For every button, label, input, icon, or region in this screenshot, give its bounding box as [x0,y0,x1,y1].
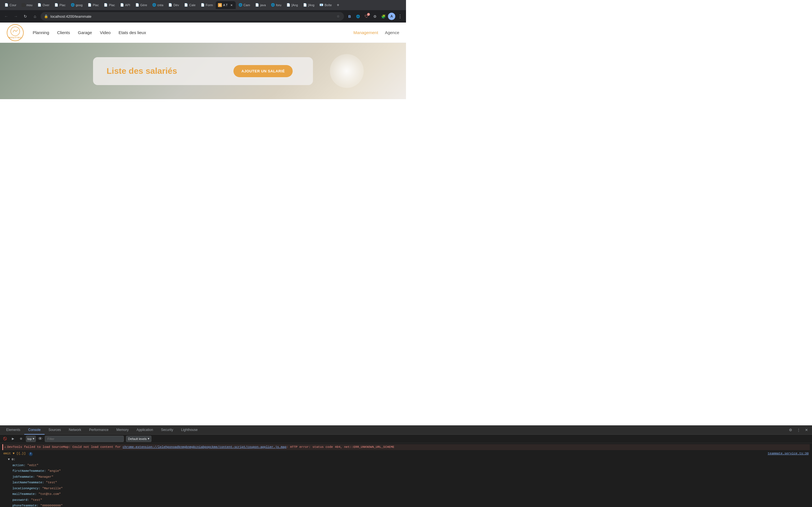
tab-7[interactable]: 📄 Plac [101,1,117,9]
tab-12[interactable]: 📄 Cale [182,1,198,9]
nav-management[interactable]: Management [354,30,378,35]
tab-4[interactable]: 📄 Plac [52,1,68,9]
profile-button[interactable]: A [388,13,395,20]
logo-text: MOUTTEC [9,36,22,39]
reload-button[interactable]: ↻ [21,12,29,20]
forward-button[interactable]: → [12,12,20,20]
tab-11-favicon: 📄 [168,3,172,7]
address-bar[interactable]: 🔒 localhost:4200/teammate ☆ [41,12,344,20]
hero-card: Liste des salariés AJOUTER UN SALARIÉ [93,57,313,85]
tab-7-favicon: 📄 [104,3,108,7]
nav-links: Planning Clients Garage Video Etats des … [33,30,354,35]
hero-section: Liste des salariés AJOUTER UN SALARIÉ [0,43,406,99]
hero-title: Liste des salariés [107,66,177,76]
tab-18-favicon: 📄 [287,3,290,7]
tab-10-favicon: 🌐 [152,3,156,7]
tab-4-favicon: 📄 [54,3,58,7]
tab-12-favicon: 📄 [184,3,188,7]
add-employee-button[interactable]: AJOUTER UN SALARIÉ [234,65,293,77]
tab-14-active[interactable]: A A T ✕ [216,1,236,9]
toolbar-icons: B 🌐 🛡 1 ⚙ 🧩 A ⋮ [346,12,404,20]
logo: MOUTTEC [7,24,24,41]
back-button[interactable]: ← [2,12,10,20]
tab-2[interactable]: mou [19,1,35,9]
tab-5-favicon: 🌐 [71,3,75,7]
tab-7-label: Plac [109,3,115,7]
tab-17-favicon: 🌐 [271,3,275,7]
tab-3[interactable]: 📄 Over [35,1,52,9]
tab-17-label: foru [276,3,282,7]
tab-14-label: A T [223,3,227,7]
ext-brave-icon[interactable]: B [346,12,354,20]
tab-20-label: Boîte [324,3,332,7]
nav-clients[interactable]: Clients [57,30,70,35]
tab-6[interactable]: 📄 Plac [86,1,101,9]
logo-circle: MOUTTEC [7,24,24,41]
navbar: MOUTTEC Planning Clients Garage Video Et… [0,22,406,43]
tab-6-favicon: 📄 [88,3,92,7]
nav-agence[interactable]: Agence [385,30,399,35]
tab-1[interactable]: 📄 Cour [2,1,18,9]
tab-8[interactable]: 📄 API [118,1,133,9]
tab-8-label: API [125,3,130,7]
tab-5-label: goog [76,3,83,7]
nav-etats[interactable]: Etats des lieux [118,30,146,35]
tab-17[interactable]: 🌐 foru [269,1,284,9]
ext-icon-red[interactable]: 🛡 1 [363,12,370,20]
tab-19[interactable]: 📄 [Ang [301,1,317,9]
tab-2-label: mou [27,3,33,7]
tab-19-favicon: 📄 [303,3,307,7]
tab-11-label: Dév [173,3,179,7]
lock-icon: 🔒 [44,14,48,18]
tab-4-label: Plac [59,3,65,7]
tab-15-label: Cam [244,3,250,7]
ext-icon-4[interactable]: ⚙ [371,12,379,20]
home-button[interactable]: ⌂ [31,12,39,20]
tab-15-favicon: 🌐 [239,3,243,7]
tab-18[interactable]: 📄 [Ang [284,1,300,9]
tab-1-favicon: 📄 [4,3,8,7]
tab-9-favicon: 📄 [135,3,139,7]
tab-18-label: [Ang [292,3,298,7]
nav-planning[interactable]: Planning [33,30,49,35]
address-bar-row: ← → ↻ ⌂ 🔒 localhost:4200/teammate ☆ B 🌐 … [0,10,406,22]
nav-garage[interactable]: Garage [78,30,92,35]
tab-16-favicon: 📄 [255,3,259,7]
ext-icon-5[interactable]: 🧩 [379,12,388,20]
svg-point-0 [11,27,20,36]
ext-icon-2[interactable]: 🌐 [354,12,362,20]
tab-19-label: [Ang [308,3,315,7]
tab-12-label: Cale [189,3,196,7]
tab-10[interactable]: 🌐 créa [150,1,165,9]
tab-20-favicon: 📧 [319,3,323,7]
tab-9[interactable]: 📄 Gére [133,1,149,9]
new-tab-button[interactable]: + [335,2,342,8]
tab-14-close[interactable]: ✕ [230,3,234,7]
tab-2-favicon [21,3,26,7]
nav-video[interactable]: Video [100,30,110,35]
tab-13[interactable]: 📄 Form [199,1,215,9]
tab-14-favicon: A [218,3,222,7]
address-icons: ☆ [336,14,341,19]
tab-8-favicon: 📄 [120,3,124,7]
bookmark-icon[interactable]: ☆ [336,14,341,19]
tab-11[interactable]: 📄 Dév [166,1,181,9]
tab-3-label: Over [43,3,49,7]
tab-13-favicon: 📄 [201,3,205,7]
tab-9-label: Gére [140,3,147,7]
app-wrapper: MOUTTEC Planning Clients Garage Video Et… [0,22,406,161]
address-text: localhost:4200/teammate [50,14,333,18]
tab-10-label: créa [157,3,163,7]
tab-5[interactable]: 🌐 goog [68,1,85,9]
tab-15[interactable]: 🌐 Cam [236,1,252,9]
more-menu-button[interactable]: ⋮ [396,12,404,20]
tab-13-label: Form [206,3,213,7]
tab-bar: 📄 Cour mou 📄 Over 📄 Plac 🌐 goog 📄 Plac 📄… [0,0,406,10]
tab-1-label: Cour [10,3,16,7]
tab-16[interactable]: 📄 java [253,1,268,9]
browser-chrome: 📄 Cour mou 📄 Over 📄 Plac 🌐 goog 📄 Plac 📄… [0,0,406,22]
nav-right: Management Agence [354,30,399,35]
tab-20[interactable]: 📧 Boîte [317,1,334,9]
tab-3-favicon: 📄 [38,3,42,7]
main-content [0,99,406,161]
